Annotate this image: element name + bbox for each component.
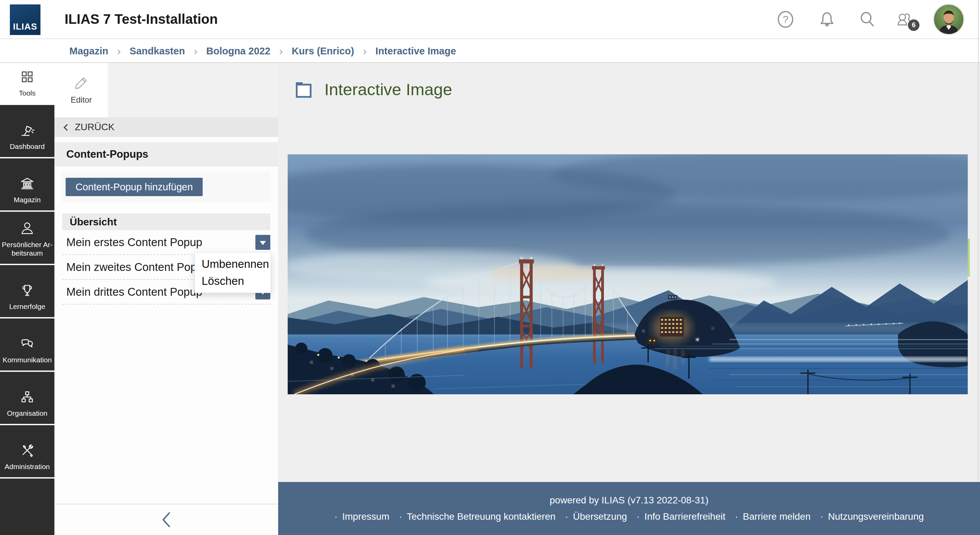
- ilias-window: ILIAS ILIAS 7 Test-Installation ?: [0, 0, 980, 535]
- footer-separator: ·: [636, 511, 640, 522]
- interactive-image: [288, 154, 968, 394]
- list-item-popup-1: Mein erstes Content Popup: [62, 230, 270, 255]
- footer-link-label: Technische Betreuung kontaktieren: [407, 511, 555, 522]
- add-content-popup-button[interactable]: Content-Popup hinzufügen: [66, 178, 203, 196]
- powered-by-text: powered by ILIAS (v7.13 2022-08-31): [550, 495, 709, 506]
- app-title: ILIAS 7 Test-Installation: [65, 0, 218, 38]
- org-chart-icon: [19, 389, 35, 405]
- pencil-icon: [74, 75, 89, 90]
- crossed-tools-icon: [19, 443, 35, 458]
- context-menu-item-delete[interactable]: Löschen: [195, 273, 270, 290]
- user-avatar[interactable]: [933, 4, 964, 35]
- popup-1-actions-dropdown-button[interactable]: [255, 235, 270, 250]
- tab-editor-label: Editor: [71, 95, 92, 105]
- sidebar-item-kommunikation[interactable]: Kommunikation: [0, 317, 54, 370]
- header-icon-bar: ?: [776, 0, 980, 38]
- sidebar-item-label: Lernerfolge: [8, 302, 46, 311]
- contacts-icon[interactable]: 6: [895, 10, 914, 29]
- sidebar-item-administration[interactable]: Administration: [0, 424, 54, 477]
- sidebar-item-label: Kommunikation: [2, 356, 53, 364]
- sidebar-item-persoenlicher-arbeitsraum[interactable]: Persönlicher Ar­beitsraum: [0, 210, 54, 264]
- popup-label: Mein erstes Content Popup: [62, 230, 270, 254]
- sidebar-item-label: Magazin: [12, 195, 42, 204]
- footer-separator: ·: [399, 511, 402, 522]
- trophy-icon: [19, 283, 35, 298]
- sidebar-item-label: Administration: [3, 462, 51, 471]
- help-icon[interactable]: ?: [776, 10, 795, 29]
- page-title-row: Interactive Image: [294, 80, 452, 99]
- breadcrumb-item-bologna[interactable]: Bologna 2022: [207, 46, 270, 57]
- notifications-bell-icon[interactable]: [818, 10, 837, 29]
- sidebar-item-label: Organisation: [5, 409, 49, 418]
- folder-icon: [294, 80, 313, 98]
- sidebar-item-lernerfolge[interactable]: Lernerfolge: [0, 264, 54, 317]
- footer-link-label: Übersetzung: [573, 511, 627, 522]
- window-edge-divider: [978, 0, 978, 482]
- sidebar-item-label: Dashboard: [8, 142, 46, 151]
- search-icon[interactable]: [858, 10, 877, 29]
- sidebar-item-label: Persönlicher Ar­beitsraum: [0, 240, 54, 258]
- footer-link-technische-betreuung[interactable]: · Technische Betreuung kontaktieren: [399, 511, 556, 522]
- breadcrumb-item-magazin[interactable]: Magazin: [69, 46, 108, 57]
- chevron-left-icon: [162, 512, 171, 527]
- footer-link-label: Impressum: [342, 511, 389, 522]
- caret-down-icon: [260, 241, 266, 245]
- back-label: ZURÜCK: [75, 122, 115, 133]
- footer-link-label: Info Barrierefreiheit: [644, 511, 725, 522]
- contacts-badge: 6: [908, 19, 920, 31]
- main-content: Interactive Image: [278, 63, 980, 535]
- sidebar-item-dashboard[interactable]: Dashboard: [0, 104, 54, 157]
- footer-link-impressum[interactable]: · Impressum: [334, 511, 389, 522]
- footer-separator: ·: [334, 511, 337, 522]
- breadcrumb-item-kurs[interactable]: Kurs (Enrico): [292, 46, 354, 57]
- person-icon: [19, 221, 35, 236]
- footer-link-uebersetzung[interactable]: · Übersetzung: [565, 511, 627, 522]
- footer-link-nutzungsvereinbarung[interactable]: · Nutzungsvereinbarung: [820, 511, 924, 522]
- footer-separator: ·: [735, 511, 738, 522]
- breadcrumb-separator: ›: [117, 45, 121, 57]
- sidebar-item-organisation[interactable]: Organisation: [0, 370, 54, 424]
- breadcrumb-item-sandkasten[interactable]: Sandkasten: [130, 46, 185, 57]
- context-menu-item-rename[interactable]: Umbenennen: [195, 256, 270, 273]
- sidebar-item-magazin[interactable]: Persönlicher Ar­beitsraum Magazin: [0, 157, 54, 210]
- editor-panel: Editor ZURÜCK Content-Popups Content-Pop…: [54, 63, 278, 535]
- breadcrumb-separator: ›: [279, 45, 283, 57]
- add-popup-section: Content-Popup hinzufügen: [62, 171, 270, 202]
- header: ILIAS ILIAS 7 Test-Installation ?: [0, 0, 980, 39]
- sidebar-item-tools[interactable]: Tools: [0, 63, 54, 104]
- panel-tab-strip: Editor: [54, 63, 278, 117]
- scroll-hint-bar: [968, 239, 970, 277]
- breadcrumb-item-interactive-image[interactable]: Interactive Image: [375, 46, 456, 57]
- popup-actions-context-menu: Umbenennen Löschen: [194, 252, 271, 293]
- page-title: Interactive Image: [325, 80, 452, 99]
- main-sidebar: Tools Dashboard Persönlicher Ar­beitsrau…: [0, 63, 54, 535]
- tab-editor[interactable]: Editor: [54, 63, 108, 117]
- panel-title: Content-Popups: [54, 142, 278, 167]
- chat-bubbles-icon: [19, 336, 35, 351]
- back-button[interactable]: ZURÜCK: [54, 117, 278, 137]
- svg-text:?: ?: [783, 14, 789, 25]
- footer: powered by ILIAS (v7.13 2022-08-31) · Im…: [278, 482, 980, 535]
- chevron-left-icon: [64, 124, 70, 131]
- grid-icon: [19, 69, 35, 85]
- panel-collapse-button[interactable]: [54, 504, 278, 535]
- breadcrumb-separator: ›: [363, 45, 367, 57]
- desk-lamp-icon: [19, 122, 35, 138]
- ilias-logo[interactable]: ILIAS: [10, 5, 40, 35]
- footer-link-barriere-melden[interactable]: · Barriere melden: [735, 511, 811, 522]
- ilias-logo-text: ILIAS: [13, 21, 37, 32]
- breadcrumb-separator: ›: [194, 45, 197, 57]
- popup-list-header: Übersicht: [62, 213, 270, 230]
- footer-link-label: Nutzungsvereinbarung: [828, 511, 924, 522]
- footer-separator: ·: [565, 511, 568, 522]
- footer-link-barrierefreiheit[interactable]: · Info Barrierefreiheit: [636, 511, 725, 522]
- footer-links: · Impressum · Technische Betreuung konta…: [334, 511, 924, 522]
- sidebar-filler: [0, 477, 54, 535]
- building-icon: [19, 176, 35, 191]
- footer-link-label: Barriere melden: [743, 511, 811, 522]
- sidebar-item-label: Tools: [18, 89, 37, 98]
- footer-separator: ·: [820, 511, 823, 522]
- breadcrumb: Magazin › Sandkasten › Bologna 2022 › Ku…: [0, 40, 980, 63]
